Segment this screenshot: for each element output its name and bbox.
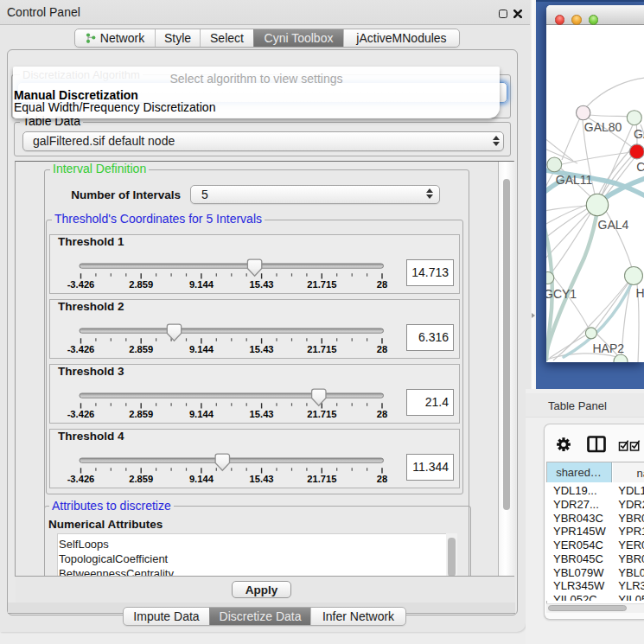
svg-text:-3.426: -3.426 (67, 279, 95, 290)
svg-text:GAL80: GAL80 (584, 120, 622, 134)
svg-text:-3.426: -3.426 (67, 344, 95, 354)
svg-text:9.144: 9.144 (189, 279, 214, 290)
svg-text:28: 28 (377, 409, 387, 419)
svg-text:HAP2: HAP2 (593, 341, 625, 355)
svg-text:21.715: 21.715 (307, 474, 336, 484)
svg-text:9.144: 9.144 (189, 409, 214, 419)
svg-text:GAL11: GAL11 (556, 173, 593, 187)
svg-text:2.859: 2.859 (129, 279, 153, 290)
svg-text:28: 28 (377, 279, 387, 290)
svg-text:21.715: 21.715 (307, 279, 336, 290)
svg-text:15.43: 15.43 (250, 344, 274, 354)
svg-text:21.715: 21.715 (307, 344, 336, 354)
svg-text:2.859: 2.859 (129, 409, 153, 419)
svg-text:2.859: 2.859 (129, 474, 153, 484)
svg-text:28: 28 (377, 344, 387, 354)
svg-text:H: H (636, 286, 644, 300)
svg-text:9.144: 9.144 (189, 474, 214, 484)
svg-text:15.43: 15.43 (250, 279, 274, 290)
svg-text:-3.426: -3.426 (67, 409, 95, 419)
svg-text:-3.426: -3.426 (67, 474, 95, 484)
svg-text:GCY1: GCY1 (546, 287, 577, 301)
svg-text:GAL4: GAL4 (598, 218, 629, 232)
svg-text:2.859: 2.859 (129, 344, 153, 354)
svg-text:C: C (636, 160, 644, 174)
svg-text:9.144: 9.144 (189, 344, 214, 354)
svg-text:GA: GA (634, 127, 644, 141)
svg-text:15.43: 15.43 (250, 409, 274, 419)
svg-text:28: 28 (377, 474, 387, 484)
svg-text:15.43: 15.43 (250, 474, 274, 484)
svg-text:21.715: 21.715 (307, 409, 336, 419)
